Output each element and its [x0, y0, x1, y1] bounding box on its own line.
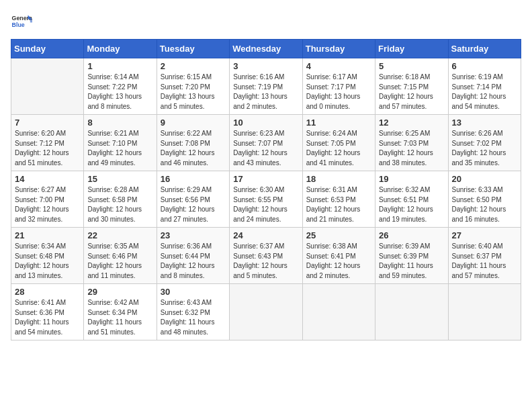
day-number: 5: [379, 61, 444, 71]
day-info: Sunrise: 6:20 AMSunset: 7:12 PMDaylight:…: [15, 129, 80, 168]
day-number: 23: [161, 230, 226, 240]
day-info: Sunrise: 6:40 AMSunset: 6:37 PMDaylight:…: [452, 242, 517, 281]
day-number: 7: [15, 118, 80, 128]
calendar-cell: [448, 284, 521, 340]
day-number: 24: [233, 230, 298, 240]
header: General Blue: [11, 11, 521, 32]
day-number: 14: [15, 174, 80, 184]
calendar-cell: [11, 58, 84, 115]
day-info: Sunrise: 6:24 AMSunset: 7:05 PMDaylight:…: [306, 129, 371, 168]
day-info: Sunrise: 6:23 AMSunset: 7:07 PMDaylight:…: [233, 129, 298, 168]
day-number: 22: [87, 230, 152, 240]
day-info: Sunrise: 6:41 AMSunset: 6:36 PMDaylight:…: [15, 298, 80, 337]
day-info: Sunrise: 6:43 AMSunset: 6:32 PMDaylight:…: [161, 298, 226, 337]
day-number: 16: [161, 174, 226, 184]
day-number: 15: [87, 174, 152, 184]
calendar-cell: 17Sunrise: 6:30 AMSunset: 6:55 PMDayligh…: [230, 171, 302, 228]
calendar-cell: 20Sunrise: 6:33 AMSunset: 6:50 PMDayligh…: [448, 171, 521, 228]
day-info: Sunrise: 6:29 AMSunset: 6:56 PMDaylight:…: [161, 185, 226, 224]
day-info: Sunrise: 6:17 AMSunset: 7:17 PMDaylight:…: [306, 73, 371, 111]
day-number: 27: [452, 230, 517, 240]
calendar-cell: 4Sunrise: 6:17 AMSunset: 7:17 PMDaylight…: [302, 58, 375, 115]
day-info: Sunrise: 6:26 AMSunset: 7:02 PMDaylight:…: [452, 129, 517, 168]
day-info: Sunrise: 6:25 AMSunset: 7:03 PMDaylight:…: [379, 129, 444, 168]
calendar-cell: 14Sunrise: 6:27 AMSunset: 7:00 PMDayligh…: [11, 171, 84, 228]
day-info: Sunrise: 6:38 AMSunset: 6:41 PMDaylight:…: [306, 242, 371, 281]
calendar-cell: 28Sunrise: 6:41 AMSunset: 6:36 PMDayligh…: [11, 284, 84, 340]
day-number: 3: [233, 61, 298, 71]
day-number: 21: [15, 230, 80, 240]
day-number: 20: [452, 174, 517, 184]
weekday-header-friday: Friday: [375, 40, 448, 58]
calendar-cell: 22Sunrise: 6:35 AMSunset: 6:46 PMDayligh…: [84, 228, 157, 284]
svg-text:Blue: Blue: [12, 21, 25, 28]
calendar-cell: [375, 284, 448, 340]
calendar-cell: 24Sunrise: 6:37 AMSunset: 6:43 PMDayligh…: [230, 228, 302, 284]
calendar-cell: 30Sunrise: 6:43 AMSunset: 6:32 PMDayligh…: [157, 284, 229, 340]
day-info: Sunrise: 6:18 AMSunset: 7:15 PMDaylight:…: [379, 73, 444, 111]
calendar-cell: 12Sunrise: 6:25 AMSunset: 7:03 PMDayligh…: [375, 115, 448, 171]
calendar-cell: [230, 284, 302, 340]
week-row-5: 28Sunrise: 6:41 AMSunset: 6:36 PMDayligh…: [11, 284, 521, 340]
day-number: 30: [161, 287, 226, 297]
calendar-cell: 3Sunrise: 6:16 AMSunset: 7:19 PMDaylight…: [230, 58, 302, 115]
day-number: 17: [233, 174, 298, 184]
day-info: Sunrise: 6:14 AMSunset: 7:22 PMDaylight:…: [87, 73, 152, 111]
calendar-cell: 18Sunrise: 6:31 AMSunset: 6:53 PMDayligh…: [302, 171, 375, 228]
day-number: 29: [87, 287, 152, 297]
day-number: 25: [306, 230, 371, 240]
day-info: Sunrise: 6:36 AMSunset: 6:44 PMDaylight:…: [161, 242, 226, 281]
weekday-header-monday: Monday: [84, 40, 157, 58]
logo-icon: General Blue: [11, 11, 32, 32]
day-info: Sunrise: 6:16 AMSunset: 7:19 PMDaylight:…: [233, 73, 298, 111]
calendar: SundayMondayTuesdayWednesdayThursdayFrid…: [11, 39, 521, 340]
day-info: Sunrise: 6:32 AMSunset: 6:51 PMDaylight:…: [379, 185, 444, 224]
day-number: 10: [233, 118, 298, 128]
day-info: Sunrise: 6:37 AMSunset: 6:43 PMDaylight:…: [233, 242, 298, 281]
calendar-cell: 7Sunrise: 6:20 AMSunset: 7:12 PMDaylight…: [11, 115, 84, 171]
weekday-header-row: SundayMondayTuesdayWednesdayThursdayFrid…: [11, 40, 521, 58]
day-number: 9: [161, 118, 226, 128]
day-number: 13: [452, 118, 517, 128]
calendar-cell: 2Sunrise: 6:15 AMSunset: 7:20 PMDaylight…: [157, 58, 229, 115]
day-number: 6: [452, 61, 517, 71]
day-number: 18: [306, 174, 371, 184]
calendar-cell: 6Sunrise: 6:19 AMSunset: 7:14 PMDaylight…: [448, 58, 521, 115]
calendar-cell: 21Sunrise: 6:34 AMSunset: 6:48 PMDayligh…: [11, 228, 84, 284]
day-number: 1: [87, 61, 152, 71]
logo: General Blue: [11, 11, 32, 32]
week-row-4: 21Sunrise: 6:34 AMSunset: 6:48 PMDayligh…: [11, 228, 521, 284]
day-info: Sunrise: 6:28 AMSunset: 6:58 PMDaylight:…: [87, 185, 152, 224]
day-number: 12: [379, 118, 444, 128]
calendar-cell: 29Sunrise: 6:42 AMSunset: 6:34 PMDayligh…: [84, 284, 157, 340]
day-info: Sunrise: 6:30 AMSunset: 6:55 PMDaylight:…: [233, 185, 298, 224]
calendar-cell: 8Sunrise: 6:21 AMSunset: 7:10 PMDaylight…: [84, 115, 157, 171]
calendar-cell: 15Sunrise: 6:28 AMSunset: 6:58 PMDayligh…: [84, 171, 157, 228]
day-info: Sunrise: 6:15 AMSunset: 7:20 PMDaylight:…: [161, 73, 226, 111]
day-number: 4: [306, 61, 371, 71]
calendar-cell: 26Sunrise: 6:39 AMSunset: 6:39 PMDayligh…: [375, 228, 448, 284]
day-info: Sunrise: 6:34 AMSunset: 6:48 PMDaylight:…: [15, 242, 80, 281]
calendar-cell: 13Sunrise: 6:26 AMSunset: 7:02 PMDayligh…: [448, 115, 521, 171]
week-row-1: 1Sunrise: 6:14 AMSunset: 7:22 PMDaylight…: [11, 58, 521, 115]
day-info: Sunrise: 6:35 AMSunset: 6:46 PMDaylight:…: [87, 242, 152, 281]
calendar-cell: 25Sunrise: 6:38 AMSunset: 6:41 PMDayligh…: [302, 228, 375, 284]
weekday-header-sunday: Sunday: [11, 40, 84, 58]
day-info: Sunrise: 6:33 AMSunset: 6:50 PMDaylight:…: [452, 185, 517, 224]
day-number: 8: [87, 118, 152, 128]
calendar-cell: [302, 284, 375, 340]
day-info: Sunrise: 6:19 AMSunset: 7:14 PMDaylight:…: [452, 73, 517, 111]
calendar-cell: 19Sunrise: 6:32 AMSunset: 6:51 PMDayligh…: [375, 171, 448, 228]
day-info: Sunrise: 6:31 AMSunset: 6:53 PMDaylight:…: [306, 185, 371, 224]
calendar-cell: 23Sunrise: 6:36 AMSunset: 6:44 PMDayligh…: [157, 228, 229, 284]
week-row-3: 14Sunrise: 6:27 AMSunset: 7:00 PMDayligh…: [11, 171, 521, 228]
calendar-cell: 16Sunrise: 6:29 AMSunset: 6:56 PMDayligh…: [157, 171, 229, 228]
calendar-cell: 27Sunrise: 6:40 AMSunset: 6:37 PMDayligh…: [448, 228, 521, 284]
weekday-header-thursday: Thursday: [302, 40, 375, 58]
day-number: 2: [161, 61, 226, 71]
calendar-cell: 5Sunrise: 6:18 AMSunset: 7:15 PMDaylight…: [375, 58, 448, 115]
day-info: Sunrise: 6:42 AMSunset: 6:34 PMDaylight:…: [87, 298, 152, 337]
day-number: 19: [379, 174, 444, 184]
day-number: 11: [306, 118, 371, 128]
day-number: 28: [15, 287, 80, 297]
